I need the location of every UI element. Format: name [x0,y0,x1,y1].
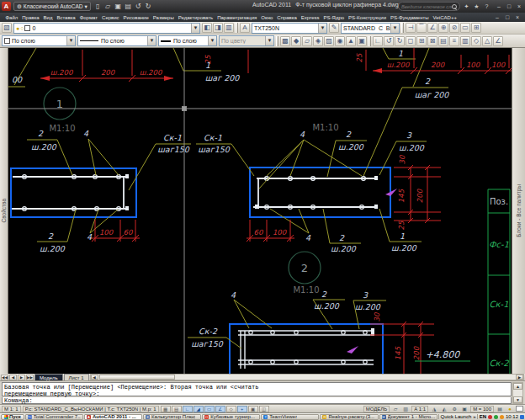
model-space-canvas[interactable]: 00ш.200200ш.200251шаг 200125ш.2002001001… [8,48,512,374]
annotation-visibility-icon[interactable]: ◮ [430,406,438,412]
circle-icon[interactable]: ◉ [335,36,345,46]
lock-icon[interactable]: ▣ [460,406,469,412]
plot-icon[interactable]: ▤ [124,2,133,11]
menu-item-окно[interactable]: Окно [259,15,275,20]
undo-icon[interactable]: ↺ [134,2,143,11]
ortho-toggle[interactable]: ∟ [183,406,193,412]
taskbar-button[interactable]: TCTotal Commander 7... [25,414,83,420]
toolbar-grip[interactable] [369,36,371,46]
open-file-icon[interactable]: ▱ [103,2,113,11]
horizontal-scrollbar[interactable]: ◀ ▶ [90,374,524,380]
polar-toggle[interactable]: ◢ [194,406,204,412]
plot-status-icon[interactable]: ▤ [496,406,504,412]
menu-item-express[interactable]: Express [299,15,321,20]
taskbar-button[interactable]: ККалькулятор Плюс [143,414,201,420]
menu-item-правка[interactable]: Правка [20,15,41,20]
fillet-icon[interactable]: ∠ [493,36,503,46]
chevron-down-icon[interactable]: ▼ [147,36,156,45]
scroll-up-icon[interactable]: ▲ [513,383,522,390]
command-scrollbar[interactable]: ▲ ▼ [512,382,523,404]
rotate-icon[interactable]: ◇ [471,36,481,46]
menu-item-редактировать[interactable]: Редактировать [176,15,215,20]
model-tab-icon[interactable]: ▱ [391,406,400,412]
quick-launch[interactable]: Quick Launch » [438,414,476,419]
menu-item-ps-фундаменты[interactable]: PS-Фундаменты [389,15,432,20]
chevron-down-icon[interactable]: ▼ [390,24,399,33]
taskbar-button[interactable]: AAutoCAD 2011 - ... [84,414,142,420]
autocad-logo-icon[interactable]: A [2,2,11,11]
layer-off-icon[interactable]: ◧ [202,23,212,33]
lwt-toggle[interactable]: ▣ [248,406,258,412]
exchange-icon[interactable]: ✦ [463,3,470,10]
polyline-icon[interactable]: ▲ [346,36,356,46]
dim-style-icon[interactable]: ⊞ [471,23,481,33]
model-space-button[interactable]: МОДЕЛЬ [363,406,390,412]
tab-next-icon[interactable]: ▶ [18,375,25,380]
undo-small-icon[interactable]: ↺ [384,36,394,46]
help-icon[interactable]: ? [483,3,491,9]
tab-model[interactable]: Модель [34,374,63,380]
tab-prev-icon[interactable]: ◀ [9,375,17,380]
menu-item-вид[interactable]: Вид [41,15,55,20]
new-file-icon[interactable]: ▯ [93,2,103,11]
grid-toggle[interactable]: ▤ [172,406,182,412]
menu-item-ps-конструкции[interactable]: PS-Конструкции [347,15,389,20]
copy-icon[interactable]: ◻ [406,36,416,46]
taskbar-button[interactable]: WДокумент 1 - Micro... [379,414,438,420]
ducs-toggle[interactable]: ◇ [226,406,236,412]
performance-bulb-icon[interactable]: ● [506,406,514,412]
menu-item-формат[interactable]: Формат [77,15,99,20]
layout-tab-icon[interactable]: ▥ [401,406,410,412]
taskbar-button[interactable]: RRealnye.pacany.(3... [320,414,378,420]
workspace-gear-icon[interactable]: ⚙ [450,406,459,412]
annotation-scale-button[interactable]: А 1:1 [411,406,428,412]
favorites-icon[interactable]: ★ [473,3,480,10]
menu-item-файл[interactable]: Файл [3,15,20,20]
redo-small-icon[interactable]: ↻ [395,36,405,46]
diameter-dim-icon[interactable]: ⊘ [449,23,459,33]
text-style-dropdown[interactable]: TXT250N ▼ [252,23,327,34]
close-button[interactable]: × [515,3,523,11]
qp-toggle[interactable]: ◫ [259,406,269,412]
layer-properties-icon[interactable]: ▧ [2,23,12,33]
network-icon[interactable] [520,415,524,419]
offset-icon[interactable]: ≡ [449,36,459,46]
color-dropdown[interactable]: По слою ▼ [2,35,76,46]
doc-restore-button[interactable]: □ [503,13,512,21]
tray-app-icon[interactable] [494,415,498,419]
tray-app-icon[interactable] [488,415,492,419]
toolbar-grip[interactable] [236,23,238,33]
menu-item-vetcad++[interactable]: VetCAD++ [431,15,459,20]
minimize-button[interactable]: – [495,3,503,11]
toolbar-grip[interactable] [276,36,278,46]
scrollbar-thumb[interactable] [99,375,175,380]
menu-item-рисование[interactable]: Рисование [121,15,151,20]
layer-prev-icon[interactable]: ▥ [224,23,234,33]
linetype-dropdown[interactable]: По слою ▼ [77,35,156,46]
language-indicator[interactable]: EN [480,414,486,419]
chevron-down-icon[interactable]: ▼ [208,36,216,45]
doc-minimize-button[interactable]: – [493,13,501,21]
scale-icon[interactable]: △ [482,36,492,46]
osnap-toggle[interactable]: ▭ [204,406,215,412]
move-icon[interactable]: ▥ [460,36,470,46]
properties-palette-collapsed[interactable]: Свойства [0,48,8,374]
chevron-down-icon[interactable]: ▼ [191,24,199,33]
redo-icon[interactable]: ↻ [144,2,153,11]
save-icon[interactable]: ▣ [114,2,123,11]
match-properties-icon[interactable]: ✎ [329,23,339,33]
rectangle-icon[interactable]: ▣ [357,36,367,46]
block-icon[interactable]: ◆ [291,36,301,46]
angular-dim-icon[interactable]: ∠ [427,23,438,33]
chevron-icon[interactable]: » [473,414,475,419]
command-history[interactable]: Базовая точка или [Перемещение] <Перемещ… [2,382,512,396]
layer-dropdown[interactable]: ● ○ 0 ▼ [13,23,200,34]
search-icon[interactable] [452,4,457,9]
dyn-toggle[interactable]: + [237,406,247,412]
linear-dim-icon[interactable]: ⊣ [406,23,416,33]
trim-icon[interactable]: ⊠ [427,36,438,46]
arc-dim-icon[interactable]: ⌒ [416,23,427,33]
hatch-icon[interactable]: ▩ [280,36,290,46]
region-icon[interactable]: ▨ [324,36,334,46]
lineweight-dropdown[interactable]: По слою ▼ [158,35,217,46]
